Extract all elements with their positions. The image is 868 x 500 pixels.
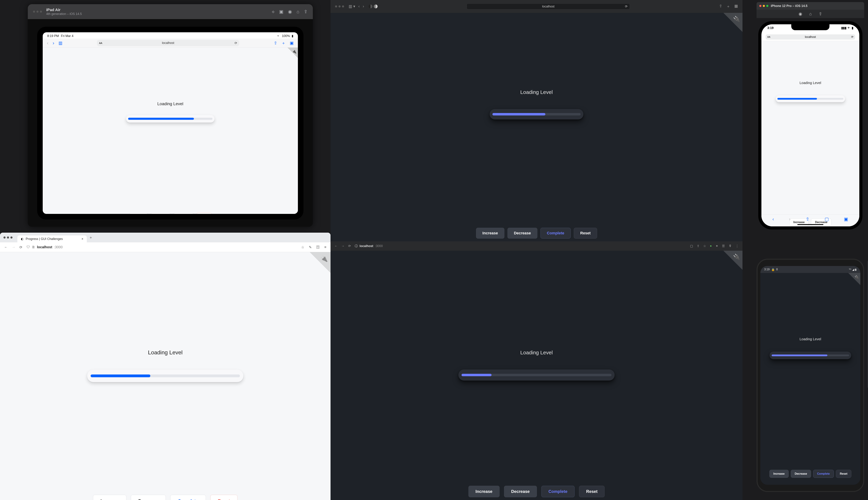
sidebar-icon[interactable]: ▥ (58, 41, 62, 45)
sidebar-icon[interactable]: ▥ ▾ (349, 4, 355, 9)
reload-icon[interactable]: ⟳ (851, 35, 854, 38)
reset-button[interactable]: Reset (197, 213, 212, 214)
home-icon[interactable]: ⌂ (297, 9, 299, 14)
progress-fill (128, 118, 194, 120)
corner-flag: 🔌 (723, 13, 742, 32)
reload-icon[interactable]: ⟳ (235, 41, 237, 45)
key-icon[interactable]: ⚿ (316, 245, 320, 249)
theme-toggle-dark[interactable] (368, 4, 373, 8)
increase-button[interactable]: Increase (468, 486, 500, 497)
traffic-lights[interactable] (33, 11, 42, 13)
menu-icon[interactable]: ⋮ (735, 244, 739, 248)
complete-button[interactable]: Complete (174, 213, 194, 214)
ext1-icon[interactable]: ● (710, 244, 712, 248)
browser-tab[interactable]: ◐ Progress | GUI Challenges × (18, 236, 87, 242)
camera-icon[interactable]: ◉ (288, 9, 292, 14)
increase-button[interactable]: Increase (129, 213, 148, 214)
text-size-icon[interactable]: AA (99, 42, 102, 44)
address-bar[interactable]: AA localhost ⟳ (766, 34, 855, 39)
page-content: 🔌 Loading Level Increase Decrease Comple… (331, 13, 742, 247)
new-tab-icon[interactable]: ＋ (726, 4, 730, 9)
list-icon[interactable]: ☰ (722, 244, 725, 248)
share-icon[interactable]: ⇧ (819, 11, 822, 16)
info-icon[interactable]: 🗎 (32, 245, 35, 249)
page-content: 🔌 Loading Level Increase Decrease Comple… (43, 48, 298, 214)
mic-icon[interactable]: 🎙 (729, 244, 732, 248)
decrease-button[interactable]: Decrease (791, 470, 811, 478)
forward-button[interactable]: → (341, 244, 344, 248)
status-time: 3:19 (767, 26, 774, 30)
bookmarks-icon[interactable]: ▢ (825, 216, 829, 222)
tabs-icon[interactable]: ▦ (734, 4, 738, 9)
forward-button[interactable]: › (363, 4, 364, 9)
reset-button[interactable]: Reset (836, 470, 852, 478)
traffic-lights[interactable] (3, 237, 12, 239)
traffic-lights[interactable] (759, 5, 768, 7)
decrease-button[interactable]: Decrease (131, 495, 166, 500)
new-tab-button[interactable]: ＋ (89, 235, 93, 240)
decrease-button[interactable]: Decrease (151, 213, 170, 214)
back-button[interactable]: ← (4, 245, 8, 249)
increase-button[interactable]: Increase (93, 495, 126, 500)
tabs-icon[interactable]: ▣ (844, 216, 848, 222)
iphone-title: iPhone 12 Pro – iOS 14.5 (771, 4, 808, 8)
forward-button[interactable]: → (12, 245, 15, 249)
address-bar[interactable]: localhost ⟳ (467, 3, 630, 9)
decrease-button[interactable]: Decrease (507, 228, 537, 239)
reload-icon[interactable]: ⟳ (625, 4, 628, 8)
menu-icon[interactable]: ≡ (324, 245, 327, 249)
new-tab-icon[interactable]: ＋ (282, 40, 286, 46)
decrease-button[interactable]: Decrease (504, 486, 537, 497)
plug-icon: 🔌 (733, 16, 740, 22)
info-icon[interactable]: ⓘ (355, 244, 358, 248)
text-size-icon[interactable]: AA (767, 36, 770, 38)
tabs-icon[interactable]: ▣ (290, 41, 294, 45)
star-icon[interactable]: ☆ (301, 245, 304, 249)
share-icon[interactable]: ⇧ (719, 4, 722, 9)
address-bar[interactable]: AA localhost ⟳ (97, 40, 239, 46)
increase-button[interactable]: Increase (476, 228, 504, 239)
complete-button[interactable]: Complete (170, 495, 206, 500)
address-bar[interactable]: ⓘ localhost:3000 (355, 244, 383, 248)
complete-button[interactable]: Complete (541, 486, 574, 497)
close-tab-icon[interactable]: × (81, 237, 83, 241)
forward-button[interactable]: › (789, 216, 791, 222)
brush-icon[interactable]: ✎ (309, 245, 312, 249)
loading-label: Loading Level (0, 349, 331, 356)
iphone-simulator-window: iPhone 12 Pro – iOS 14.5 ◉ ⌂ ⇧ 3:19 ▮▮▮ᯤ… (756, 2, 864, 240)
puzzle-icon[interactable]: ✶ (716, 244, 718, 248)
back-button[interactable]: ‹ (47, 40, 48, 46)
share-icon[interactable]: ⇧ (697, 244, 699, 248)
traffic-lights[interactable] (335, 5, 344, 8)
status-time: 3:19 (764, 268, 769, 271)
plug-icon: 🔌 (292, 49, 297, 54)
shield-icon[interactable]: 🛡 (26, 245, 30, 249)
reload-button[interactable]: ⟳ (20, 245, 22, 249)
cast-icon[interactable]: ▢ (690, 244, 693, 248)
increase-button[interactable]: Increase (769, 470, 789, 478)
address-bar[interactable]: 🛡 🗎 localhost:3000 (26, 245, 297, 249)
back-button[interactable]: ‹ (772, 216, 774, 222)
home-icon[interactable]: ⌂ (809, 11, 812, 16)
android-emulator: 3:19 🔒 8 ⁵ᴳ ◢ ▮ 🔌 Loading Level Increase (756, 259, 864, 492)
back-button[interactable]: ← (334, 244, 338, 248)
complete-button[interactable]: Complete (540, 228, 571, 239)
reset-button[interactable]: Reset (574, 228, 597, 239)
reset-button[interactable]: Reset (579, 486, 605, 497)
share-icon[interactable]: ⇪ (304, 9, 308, 14)
ipad-titlebar: iPad Air 4th generation – iOS 14.5 ⟡ ▣ ◉… (28, 4, 313, 19)
pin-icon[interactable]: ⟡ (272, 9, 275, 14)
share-icon[interactable]: ⇧ (806, 216, 810, 222)
loading-label: Loading Level (762, 81, 859, 85)
star-icon[interactable]: ☆ (703, 244, 706, 248)
back-button[interactable]: ‹ (358, 4, 359, 9)
reset-button[interactable]: Reset (210, 495, 238, 500)
forward-button[interactable]: › (53, 40, 54, 46)
share-icon[interactable]: ⇧ (274, 41, 277, 45)
screenshot-icon[interactable]: ▣ (279, 9, 284, 14)
complete-button[interactable]: Complete (813, 470, 834, 478)
wifi-icon: ᯤ (847, 26, 850, 30)
theme-toggle-light[interactable] (374, 4, 378, 8)
screenshot-icon[interactable]: ◉ (799, 11, 802, 16)
reload-button[interactable]: ⟳ (348, 244, 351, 248)
